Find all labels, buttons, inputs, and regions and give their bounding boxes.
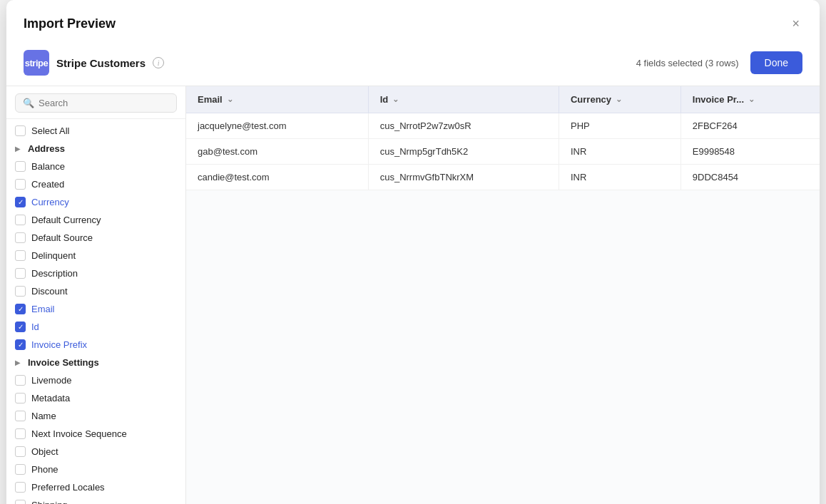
sidebar-checkbox[interactable] <box>15 161 26 172</box>
import-preview-modal: Import Preview × stripe Stripe Customers… <box>6 0 820 504</box>
modal-body: 🔍 Select All▶AddressBalanceCreatedCurren… <box>6 86 820 504</box>
sidebar-item-label: Metadata <box>31 393 70 403</box>
sidebar-item-email[interactable]: Email <box>6 300 185 318</box>
table-cell-email: candie@test.com <box>186 165 368 190</box>
th-inner: Currency⌄ <box>571 94 669 105</box>
sidebar-checkbox[interactable] <box>15 393 26 403</box>
sidebar: 🔍 Select All▶AddressBalanceCreatedCurren… <box>6 86 186 504</box>
info-icon: i <box>153 57 164 68</box>
table-cell-invoice-prefix: 2FBCF264 <box>680 113 820 139</box>
done-button[interactable]: Done <box>750 51 802 74</box>
main-content: Email⌄Id⌄Currency⌄Invoice Pr...⌄ jacquel… <box>186 86 820 504</box>
sidebar-checkbox[interactable] <box>15 375 26 386</box>
sidebar-item-name[interactable]: Name <box>6 407 185 425</box>
sidebar-checkbox[interactable] <box>15 500 26 504</box>
search-input-wrap: 🔍 <box>15 93 177 113</box>
sidebar-item-label: Delinquent <box>31 250 76 261</box>
header-right: 4 fields selected (3 rows) Done <box>636 51 802 74</box>
sort-icon: ⌄ <box>748 95 755 104</box>
sidebar-item-balance[interactable]: Balance <box>6 158 185 175</box>
sidebar-item-default-currency[interactable]: Default Currency <box>6 211 185 229</box>
th-inner: Invoice Pr...⌄ <box>693 94 808 105</box>
col-label: Email <box>198 94 223 105</box>
table-cell-email: gab@test.com <box>186 139 368 165</box>
sidebar-checkbox[interactable] <box>15 304 26 314</box>
sidebar-item-label: Select All <box>31 125 69 136</box>
sidebar-item-id[interactable]: Id <box>6 318 185 336</box>
sidebar-item-label: Discount <box>31 286 68 297</box>
search-box: 🔍 <box>6 86 185 119</box>
table-cell-invoice-prefix: E9998548 <box>680 139 820 165</box>
sidebar-item-label: Shipping <box>31 500 68 504</box>
sidebar-item-livemode[interactable]: Livemode <box>6 371 185 389</box>
table-cell-id: cus_NrrmvGfbTNkrXM <box>368 165 559 190</box>
table-row: jacquelyne@test.comcus_NrrotP2w7zw0sRPHP… <box>186 113 820 139</box>
sidebar-item-label: Id <box>31 322 39 332</box>
sidebar-item-phone[interactable]: Phone <box>6 461 185 478</box>
sidebar-item-metadata[interactable]: Metadata <box>6 389 185 407</box>
sidebar-item-delinquent[interactable]: Delinquent <box>6 247 185 264</box>
col-header-invoice-prefix[interactable]: Invoice Pr...⌄ <box>680 86 820 113</box>
sidebar-item-preferred-locales[interactable]: Preferred Locales <box>6 478 185 496</box>
table-header: Email⌄Id⌄Currency⌄Invoice Pr...⌄ <box>186 86 820 113</box>
th-inner: Id⌄ <box>380 94 547 105</box>
sidebar-item-next-invoice-sequence[interactable]: Next Invoice Sequence <box>6 425 185 443</box>
sort-icon: ⌄ <box>227 95 233 104</box>
sidebar-checkbox[interactable] <box>15 428 26 439</box>
sidebar-checkbox[interactable] <box>15 482 26 493</box>
sidebar-checkbox[interactable] <box>15 197 26 207</box>
sidebar-item-label: Default Source <box>31 232 93 243</box>
data-table: Email⌄Id⌄Currency⌄Invoice Pr...⌄ jacquel… <box>186 86 820 190</box>
header-row: Email⌄Id⌄Currency⌄Invoice Pr...⌄ <box>186 86 820 113</box>
sidebar-item-default-source[interactable]: Default Source <box>6 229 185 247</box>
sidebar-item-invoice-prefix[interactable]: Invoice Prefix <box>6 336 185 354</box>
sidebar-item-address[interactable]: ▶Address <box>6 140 185 158</box>
sort-icon: ⌄ <box>392 95 399 104</box>
sidebar-checkbox[interactable] <box>15 411 26 421</box>
th-inner: Email⌄ <box>198 94 357 105</box>
search-input[interactable] <box>39 98 169 108</box>
sidebar-item-label: Invoice Settings <box>28 357 99 368</box>
sidebar-item-invoice-settings[interactable]: ▶Invoice Settings <box>6 354 185 371</box>
sidebar-item-label: Address <box>28 143 65 154</box>
modal-header: Import Preview × <box>6 0 820 43</box>
sidebar-checkbox[interactable] <box>15 125 26 136</box>
sidebar-item-description[interactable]: Description <box>6 264 185 282</box>
sidebar-checkbox[interactable] <box>15 179 26 190</box>
col-header-currency[interactable]: Currency⌄ <box>559 86 680 113</box>
sidebar-item-discount[interactable]: Discount <box>6 282 185 300</box>
sidebar-checkbox[interactable] <box>15 268 26 279</box>
sidebar-item-select-all[interactable]: Select All <box>6 122 185 140</box>
sidebar-checkbox[interactable] <box>15 250 26 261</box>
sidebar-item-label: Default Currency <box>31 215 101 225</box>
table-cell-invoice-prefix: 9DDC8454 <box>680 165 820 190</box>
sidebar-checkbox[interactable] <box>15 339 26 350</box>
modal-title: Import Preview <box>24 16 116 31</box>
sidebar-item-label: Preferred Locales <box>31 482 105 493</box>
sidebar-checkbox[interactable] <box>15 286 26 297</box>
sidebar-checkbox[interactable] <box>15 446 26 457</box>
sidebar-item-label: Next Invoice Sequence <box>31 428 127 439</box>
table-cell-id: cus_NrrotP2w7zw0sR <box>368 113 559 139</box>
sidebar-checkbox[interactable] <box>15 232 26 243</box>
sidebar-item-object[interactable]: Object <box>6 443 185 461</box>
col-header-id[interactable]: Id⌄ <box>368 86 559 113</box>
sidebar-item-label: Email <box>31 304 55 314</box>
col-header-email[interactable]: Email⌄ <box>186 86 368 113</box>
sidebar-checkbox[interactable] <box>15 215 26 225</box>
sidebar-item-shipping[interactable]: Shipping <box>6 496 185 504</box>
table-row: candie@test.comcus_NrrmvGfbTNkrXMINR9DDC… <box>186 165 820 190</box>
table-cell-currency: PHP <box>559 113 680 139</box>
close-button[interactable]: × <box>789 14 802 33</box>
sidebar-checkbox[interactable] <box>15 322 26 332</box>
col-label: Currency <box>571 94 611 105</box>
sidebar-item-label: Currency <box>31 197 69 207</box>
sidebar-item-created[interactable]: Created <box>6 175 185 193</box>
sidebar-item-label: Object <box>31 446 58 457</box>
sidebar-item-label: Name <box>31 411 56 421</box>
sidebar-item-label: Balance <box>31 161 65 172</box>
table-row: gab@test.comcus_Nrmp5grTdh5K2INRE9998548 <box>186 139 820 165</box>
sidebar-item-label: Livemode <box>31 375 71 386</box>
sidebar-checkbox[interactable] <box>15 464 26 475</box>
sidebar-item-currency[interactable]: Currency <box>6 193 185 211</box>
